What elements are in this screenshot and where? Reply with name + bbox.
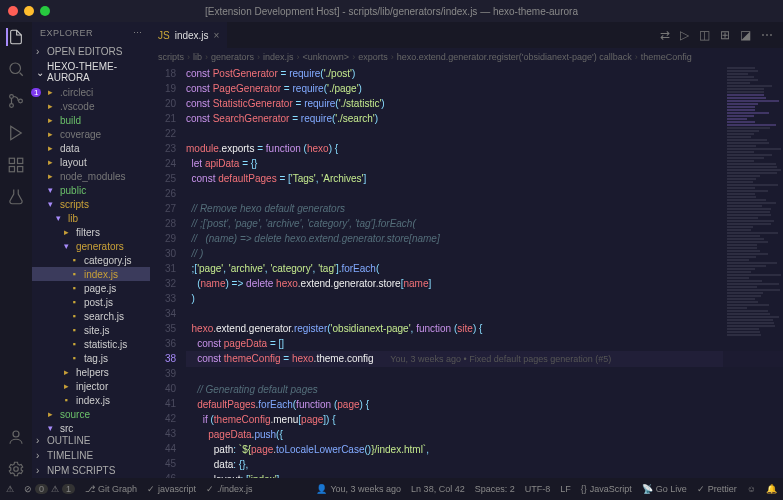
maximize-window[interactable] xyxy=(40,6,50,16)
status-spaces[interactable]: Spaces: 2 xyxy=(475,484,515,494)
section-outline[interactable]: ›OUTLINE xyxy=(32,433,150,448)
folder-build[interactable]: ▸build xyxy=(32,113,150,127)
split-icon[interactable]: ◫ xyxy=(699,28,710,42)
code-line[interactable]: // Remove hexo default generators xyxy=(186,201,783,216)
status-remote[interactable]: ⚠ xyxy=(6,484,14,494)
folder-generators[interactable]: ▾generators xyxy=(32,239,150,253)
file-post-js[interactable]: ▪post.js xyxy=(32,295,150,309)
folder-public[interactable]: ▾public xyxy=(32,183,150,197)
section-open-editors[interactable]: ›OPEN EDITORS xyxy=(32,44,150,59)
folder-lib[interactable]: ▾lib xyxy=(32,211,150,225)
status-bell-icon[interactable]: 🔔 xyxy=(766,484,777,494)
code-line[interactable]: let apiData = {} xyxy=(186,156,783,171)
code-line[interactable]: // Generating default pages xyxy=(186,382,783,397)
status-eol[interactable]: LF xyxy=(560,484,571,494)
code-line[interactable]: const defaultPages = ['Tags', 'Archives'… xyxy=(186,171,783,186)
tab-index-js[interactable]: JS index.js × xyxy=(150,22,227,48)
folder-filters[interactable]: ▸filters xyxy=(32,225,150,239)
file-site-js[interactable]: ▪site.js xyxy=(32,323,150,337)
folder-layout[interactable]: ▸layout xyxy=(32,155,150,169)
folder-injector[interactable]: ▸injector xyxy=(32,379,150,393)
code-line[interactable]: const StatisticGenerator = require('./st… xyxy=(186,96,783,111)
code-line[interactable]: const PageGenerator = require('./page') xyxy=(186,81,783,96)
code-line[interactable]: data: {}, xyxy=(186,457,783,472)
code-line[interactable]: layout: ['index'] xyxy=(186,472,783,478)
code-line[interactable]: // ) xyxy=(186,246,783,261)
code-line[interactable] xyxy=(186,367,783,382)
status-jscheck[interactable]: ✓ javascript xyxy=(147,484,196,494)
code-line[interactable]: if (themeConfig.menu[page]) { xyxy=(186,412,783,427)
status-filepath[interactable]: ✓ ./index.js xyxy=(206,484,253,494)
status-blame[interactable]: 👤 You, 3 weeks ago xyxy=(316,484,401,494)
file-statistic-js[interactable]: ▪statistic.js xyxy=(32,337,150,351)
folder-node-modules[interactable]: ▸node_modules xyxy=(32,169,150,183)
minimap[interactable] xyxy=(723,66,783,478)
file-index-js[interactable]: ▪index.js xyxy=(32,393,150,407)
section-project[interactable]: ⌄HEXO-THEME-AURORA xyxy=(32,59,150,85)
minimize-window[interactable] xyxy=(24,6,34,16)
code-line[interactable]: (name) => delete hexo.extend.generator.s… xyxy=(186,276,783,291)
grid-icon[interactable]: ⊞ xyxy=(720,28,730,42)
code-line[interactable]: const SearchGenerator = require('./searc… xyxy=(186,111,783,126)
breadcrumb-item[interactable]: lib xyxy=(193,52,202,62)
status-errors[interactable]: ⊘0 ⚠1 xyxy=(24,484,75,494)
run-icon[interactable]: ▷ xyxy=(680,28,689,42)
folder-coverage[interactable]: ▸coverage xyxy=(32,127,150,141)
test-icon[interactable] xyxy=(7,188,25,206)
status-language[interactable]: {} JavaScript xyxy=(581,484,632,494)
file-category-js[interactable]: ▪category.js xyxy=(32,253,150,267)
close-tab-icon[interactable]: × xyxy=(214,30,220,41)
status-position[interactable]: Ln 38, Col 42 xyxy=(411,484,465,494)
file-tag-js[interactable]: ▪tag.js xyxy=(32,351,150,365)
status-prettier[interactable]: ✓ Prettier xyxy=(697,484,737,494)
file-search-js[interactable]: ▪search.js xyxy=(32,309,150,323)
code-line[interactable]: // (name) => delete hexo.extend.generato… xyxy=(186,231,783,246)
code-line[interactable]: module.exports = function (hexo) { xyxy=(186,141,783,156)
breadcrumb-item[interactable]: exports xyxy=(358,52,388,62)
breadcrumb-item[interactable]: index.js xyxy=(263,52,294,62)
close-window[interactable] xyxy=(8,6,18,16)
breadcrumb-item[interactable]: <unknown> xyxy=(303,52,350,62)
settings-icon[interactable] xyxy=(7,460,25,478)
code-line[interactable]: // ;['post', 'page', 'archive', 'categor… xyxy=(186,216,783,231)
file-page-js[interactable]: ▪page.js xyxy=(32,281,150,295)
folder-source[interactable]: ▸source xyxy=(32,407,150,421)
account-icon[interactable] xyxy=(7,428,25,446)
code-lines[interactable]: const PostGenerator = require('./post')c… xyxy=(186,66,783,478)
code-line[interactable]: ;['page', 'archive', 'category', 'tag'].… xyxy=(186,261,783,276)
breadcrumb-item[interactable]: generators xyxy=(211,52,254,62)
section-npm[interactable]: ›NPM SCRIPTS xyxy=(32,463,150,478)
code-line[interactable]: pageData.push({ xyxy=(186,427,783,442)
code-line[interactable] xyxy=(186,306,783,321)
toggle-icon[interactable]: ◪ xyxy=(740,28,751,42)
breadcrumb-item[interactable]: hexo.extend.generator.register('obsidian… xyxy=(397,52,632,62)
breadcrumbs[interactable]: scripts›lib›generators›index.js›<unknown… xyxy=(150,48,783,66)
folder-scripts[interactable]: ▾scripts xyxy=(32,197,150,211)
extensions-icon[interactable] xyxy=(7,156,25,174)
status-encoding[interactable]: UTF-8 xyxy=(525,484,551,494)
code-line[interactable]: const pageData = [] xyxy=(186,336,783,351)
search-icon[interactable] xyxy=(7,60,25,78)
code-line[interactable] xyxy=(186,126,783,141)
code-line[interactable]: const PostGenerator = require('./post') xyxy=(186,66,783,81)
code-line[interactable]: path: `${page.toLocaleLowerCase()}/index… xyxy=(186,442,783,457)
file-index-js[interactable]: ▪index.js xyxy=(32,267,150,281)
breadcrumb-item[interactable]: scripts xyxy=(158,52,184,62)
status-git-graph[interactable]: ⎇Git Graph xyxy=(85,484,137,494)
folder-src[interactable]: ▾src xyxy=(32,421,150,433)
code-area[interactable]: 1819202122232425262728293031323334353638… xyxy=(150,66,783,478)
debug-icon[interactable] xyxy=(7,124,25,142)
code-line[interactable]: ) xyxy=(186,291,783,306)
folder-helpers[interactable]: ▸helpers xyxy=(32,365,150,379)
code-line[interactable]: defaultPages.forEach(function (page) { xyxy=(186,397,783,412)
explorer-icon[interactable] xyxy=(6,28,24,46)
sidebar-more-icon[interactable]: ⋯ xyxy=(133,28,143,38)
code-line[interactable]: hexo.extend.generator.register('obsidian… xyxy=(186,321,783,336)
status-golive[interactable]: 📡 Go Live xyxy=(642,484,687,494)
source-control-icon[interactable]: 1 xyxy=(7,92,25,110)
code-line[interactable]: const themeConfig = hexo.theme.config Yo… xyxy=(186,351,783,367)
more-icon[interactable]: ⋯ xyxy=(761,28,773,42)
compare-icon[interactable]: ⇄ xyxy=(660,28,670,42)
folder-data[interactable]: ▸data xyxy=(32,141,150,155)
folder--circleci[interactable]: ▸.circleci xyxy=(32,85,150,99)
